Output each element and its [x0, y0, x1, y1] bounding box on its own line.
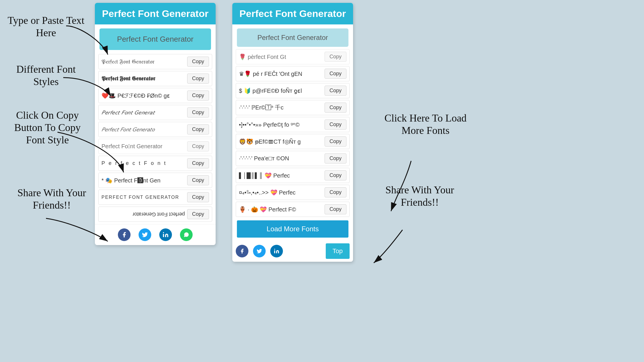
linkedin-icon[interactable] — [159, 228, 172, 241]
annotation-diff-fonts: Different Font Styles — [6, 63, 86, 88]
font-text: 𝔓𝔢𝔯𝔣𝔢𝔠𝔱 𝔉𝔬𝔫𝔱 𝔊𝔢𝔫𝔢𝔯𝔞𝔱𝔬𝔯 — [101, 58, 185, 65]
copy-button[interactable]: Copy — [325, 136, 346, 147]
font-text: ♛🌹 pé r FEČt 'Ont gEN — [239, 70, 322, 77]
font-row: ♛🌹 pé r FEČt 'Ont gEN Copy — [236, 66, 350, 81]
top-button[interactable]: Top — [326, 243, 350, 259]
right-phone-panel: Perfect Font Generator Perfect Font Gene… — [232, 3, 353, 262]
font-text: $ 🔰 p@rFE©Ð foÑт ƍɛl — [239, 87, 322, 94]
font-text: ▌│█║▌║ 💝 Perfec — [239, 172, 322, 179]
left-panel-header: Perfect Font Generator — [95, 3, 216, 24]
font-text: 𝕻𝖊𝖗𝖋𝖊𝖈𝖙 𝕱𝖔𝖓𝖙 𝕲𝖊𝖓𝖊𝖗𝖆𝖙𝖔𝖗 — [101, 75, 185, 82]
facebook-icon[interactable] — [118, 228, 131, 241]
font-text: P e r f e c t F o n t — [101, 160, 185, 166]
font-row: 🌹 pèrfect Font Gt Copy — [236, 49, 350, 64]
font-text: 🦁🐯 ᵽEf©𝌆CT f◎Ñт g — [239, 138, 322, 145]
font-text: ❤️🎩 P€ℱℱ€©Ð ₣Øn© gɛ — [101, 92, 185, 99]
font-text: 🏺 · 🎃 💝 Perfect F© — [239, 206, 322, 213]
font-row: 🦁🐯 ᵽEf©𝌆CT f◎Ñт g Copy — [236, 134, 350, 149]
font-row: ▌│█║▌║ 💝 Perfec Copy — [236, 168, 350, 183]
copy-button[interactable]: Copy — [325, 86, 346, 96]
font-row: •]••°•°•»» Pęrfe©ţ fo ᵍᵉ© Copy — [236, 117, 350, 132]
copy-button[interactable]: Copy — [187, 209, 209, 219]
annotation-click-copy: Click On Copy Button To Copy Font Style — [6, 109, 89, 147]
font-text: ¤₄•°-̶,•₄•..>> 💝 Perfec — [239, 189, 322, 196]
left-phone-panel: Perfect Font Generator 𝔓𝔢𝔯𝔣𝔢𝔠𝔱 𝔉𝔬𝔫𝔱 𝔊𝔢𝔫𝔢… — [95, 3, 216, 245]
font-text: PERFECT FONT GENERATOR — [101, 195, 185, 200]
font-row: P e r f e c t F o n t Copy — [98, 156, 212, 171]
copy-button[interactable]: Copy — [325, 153, 346, 163]
annotation-load-more: Click Here To Load More Fonts — [379, 112, 471, 137]
whatsapp-icon[interactable] — [180, 228, 193, 241]
font-text: 𝘗𝘦𝘳𝘧𝘦𝘤𝘵 𝘍𝘰𝘯𝘵 𝘎𝘦𝘯𝘦𝘳𝘢𝘵 — [101, 109, 185, 116]
font-row: ¤₄•°-̶,•₄•..>> 💝 Perfec Copy — [236, 185, 350, 200]
font-text: •]••°•°•»» Pęrfe©ţ fo ᵍᵉ© — [239, 121, 322, 128]
font-row: perfect Font Generator Copy — [98, 207, 212, 222]
arrow-share-right — [359, 227, 417, 267]
annotation-share-right: Share With Your Friends!! — [377, 184, 463, 209]
svg-point-0 — [163, 232, 164, 233]
font-row: 𝔓𝔢𝔯𝔣𝔢𝔠𝔱 𝔉𝔬𝔫𝔱 𝔊𝔢𝔫𝔢𝔯𝔞𝔱𝔬𝔯 Copy — [98, 54, 212, 69]
copy-button[interactable]: Copy — [187, 90, 209, 101]
font-text: * 🎭 Perfect F🅾nt Gen — [101, 177, 185, 184]
copy-button[interactable]: Copy — [325, 120, 346, 130]
facebook-icon[interactable] — [236, 245, 248, 257]
font-row: 🏺 · 🎃 💝 Perfect F© Copy — [236, 202, 350, 217]
font-row: ·'·'·'·' ℙEr©🅃ᵃ 千c Copy — [236, 100, 350, 115]
font-row: * 🎭 Perfect F🅾nt Gen Copy — [98, 173, 212, 188]
copy-button[interactable]: Copy — [325, 187, 346, 197]
right-panel-header: Perfect Font Generator — [232, 3, 353, 24]
font-row: $ 🔰 p@rFE©Ð foÑт ƍɛl Copy — [236, 83, 350, 98]
annotation-share-left: Share With Your Friends!! — [17, 187, 86, 211]
font-text: 🌹 pèrfect Font Gt — [239, 53, 322, 60]
copy-button[interactable]: Copy — [187, 107, 209, 118]
copy-button[interactable]: Copy — [187, 124, 209, 134]
font-row: PERFECT FONT GENERATOR Copy — [98, 190, 212, 205]
font-text: perfect Font Generator — [101, 211, 185, 217]
social-bar — [95, 224, 216, 245]
load-more-button[interactable]: Load More Fonts — [237, 220, 348, 238]
font-row: ·'·'·'·'·' Pea'e□т ©ON Copy — [236, 151, 350, 166]
font-text: Perfect Fo⃣nt Generator — [101, 143, 185, 150]
font-text: 𝘗𝘦𝘳𝘧𝘦𝘤𝘵 𝘍𝘰𝘯𝘵 𝘎𝘦𝘯𝘦𝘳𝘢𝘵𝘰 — [101, 126, 185, 133]
copy-button[interactable]: Copy — [325, 204, 346, 214]
copy-button[interactable]: Copy — [325, 170, 346, 180]
font-row: Perfect Fo⃣nt Generator Copy — [98, 139, 212, 154]
font-row: 𝕻𝖊𝖗𝖋𝖊𝖈𝖙 𝕱𝖔𝖓𝖙 𝕲𝖊𝖓𝖊𝖗𝖆𝖙𝖔𝖗 Copy — [98, 71, 212, 86]
copy-button[interactable]: Copy — [187, 74, 209, 84]
copy-button[interactable]: Copy — [325, 103, 346, 113]
annotation-type-paste: Type or Paste Text Here — [6, 14, 86, 39]
twitter-icon[interactable] — [139, 228, 151, 241]
copy-button[interactable]: Copy — [325, 69, 346, 79]
font-row: 𝘗𝘦𝘳𝘧𝘦𝘤𝘵 𝘍𝘰𝘯𝘵 𝘎𝘦𝘯𝘦𝘳𝘢𝘵 Copy — [98, 105, 212, 120]
twitter-icon[interactable] — [253, 245, 266, 257]
bottom-bar: Top — [232, 241, 353, 262]
svg-point-1 — [274, 249, 275, 250]
copy-button[interactable]: Copy — [187, 175, 209, 185]
linkedin-icon[interactable] — [270, 245, 283, 257]
copy-button[interactable]: Copy — [187, 158, 209, 168]
copy-button[interactable]: Copy — [187, 141, 209, 151]
right-input-display: Perfect Font Generator — [237, 28, 348, 47]
font-text: ·'·'·'·'·' Pea'e□т ©ON — [239, 155, 322, 162]
copy-button[interactable]: Copy — [187, 57, 209, 67]
font-text: ·'·'·'·' ℙEr©🅃ᵃ 千c — [239, 104, 322, 111]
font-row: ❤️🎩 P€ℱℱ€©Ð ₣Øn© gɛ Copy — [98, 88, 212, 103]
copy-button[interactable]: Copy — [187, 192, 209, 202]
text-input[interactable] — [99, 28, 211, 50]
copy-button[interactable]: Copy — [325, 52, 346, 62]
social-icons-group — [236, 245, 283, 257]
font-row: 𝘗𝘦𝘳𝘧𝘦𝘤𝘵 𝘍𝘰𝘯𝘵 𝘎𝘦𝘯𝘦𝘳𝘢𝘵𝘰 Copy — [98, 122, 212, 137]
